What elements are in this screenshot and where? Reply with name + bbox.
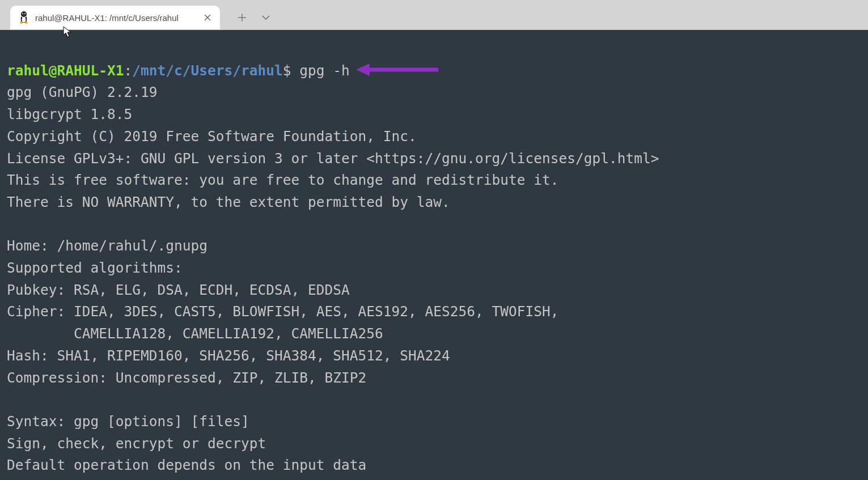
new-tab-button[interactable] [237, 12, 247, 23]
plus-icon [238, 14, 246, 22]
output-line: Cipher: IDEA, 3DES, CAST5, BLOWFISH, AES… [7, 303, 559, 320]
close-tab-button[interactable] [203, 13, 212, 22]
output-line: gpg (GnuPG) 2.2.19 [7, 84, 158, 100]
prompt-dollar: $ [283, 62, 291, 79]
output-line: Syntax: gpg [options] [files] [7, 413, 249, 430]
svg-point-4 [24, 14, 25, 14]
close-icon [204, 14, 211, 21]
terminal-output[interactable]: rahul@RAHUL-X1:/mnt/c/Users/rahul$ gpg -… [0, 30, 868, 480]
command-text: gpg -h [299, 62, 350, 79]
tux-icon [18, 11, 29, 24]
output-line: This is free software: you are free to c… [7, 172, 559, 188]
svg-marker-11 [356, 63, 370, 76]
annotation-arrow-icon [339, 39, 441, 84]
svg-point-5 [22, 18, 26, 23]
output-line: Home: /home/rahul/.gnupg [7, 237, 208, 254]
prompt-colon: : [124, 62, 133, 79]
output-line: There is NO WARRANTY, to the extent perm… [7, 194, 450, 210]
tab-controls [220, 6, 271, 29]
svg-point-3 [22, 14, 23, 14]
output-line: Supported algorithms: [7, 260, 183, 276]
output-line: Compression: Uncompressed, ZIP, ZLIB, BZ… [7, 369, 366, 386]
output-line: Hash: SHA1, RIPEMD160, SHA256, SHA384, S… [7, 347, 450, 364]
prompt-user: rahul@RAHUL-X1 [7, 62, 124, 79]
prompt-line: rahul@RAHUL-X1:/mnt/c/Users/rahul$ gpg -… [7, 62, 350, 79]
output-line: Sign, check, encrypt or decrypt [7, 435, 266, 452]
output-line: CAMELLIA128, CAMELLIA192, CAMELLIA256 [7, 325, 383, 342]
chevron-down-icon [262, 15, 270, 20]
tab-bar: rahul@RAHUL-X1: /mnt/c/Users/rahul [0, 0, 868, 30]
prompt-path: /mnt/c/Users/rahul [132, 62, 283, 79]
terminal-tab[interactable]: rahul@RAHUL-X1: /mnt/c/Users/rahul [10, 6, 220, 29]
output-line: License GPLv3+: GNU GPL version 3 or lat… [7, 150, 659, 167]
tab-title: rahul@RAHUL-X1: /mnt/c/Users/rahul [35, 13, 197, 23]
svg-point-0 [21, 11, 27, 17]
output-blank [7, 391, 15, 407]
output-line: Pubkey: RSA, ELG, DSA, ECDH, ECDSA, EDDS… [7, 282, 350, 298]
output-line: Default operation depends on the input d… [7, 457, 366, 473]
output-line: libgcrypt 1.8.5 [7, 106, 132, 122]
output-line: Copyright (C) 2019 Free Software Foundat… [7, 128, 417, 145]
output-blank [7, 216, 15, 232]
tab-dropdown-button[interactable] [261, 12, 271, 23]
